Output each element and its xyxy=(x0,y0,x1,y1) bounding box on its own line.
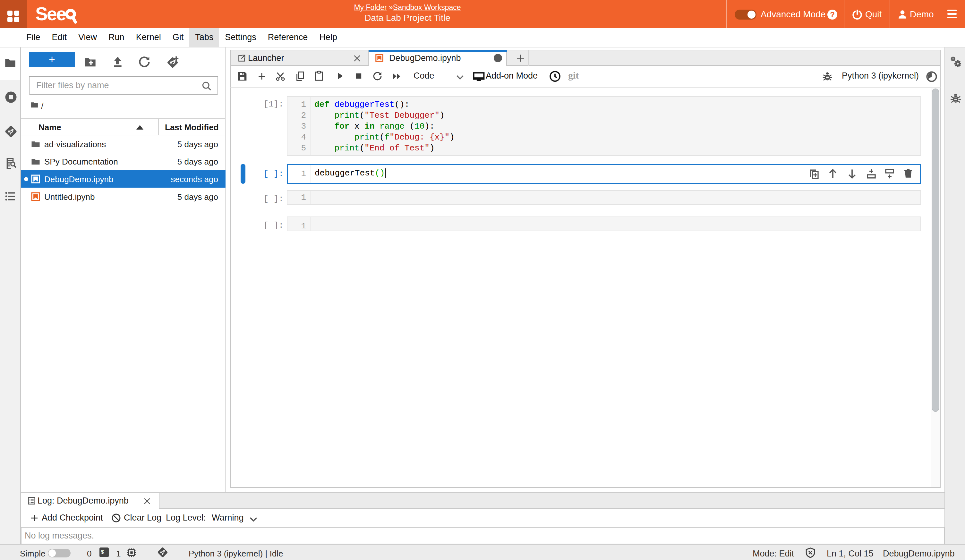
svg-text:See: See xyxy=(35,4,66,24)
